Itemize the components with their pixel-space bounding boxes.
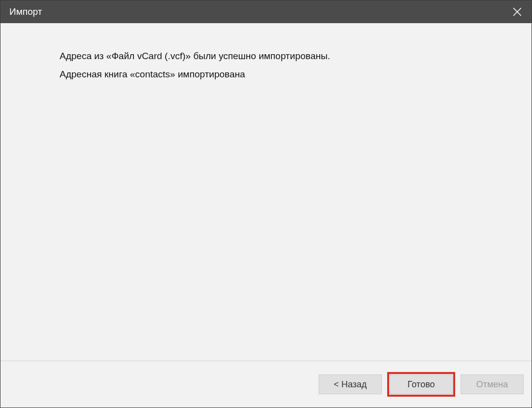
footer: < Назад Готово Отмена bbox=[0, 361, 532, 408]
import-dialog: Импорт Адреса из «Файл vCard (.vcf)» был… bbox=[0, 0, 532, 408]
content-area: Адреса из «Файл vCard (.vcf)» были успеш… bbox=[0, 23, 532, 361]
window-title: Импорт bbox=[9, 6, 42, 17]
back-button[interactable]: < Назад bbox=[319, 374, 382, 394]
close-button[interactable] bbox=[503, 0, 532, 23]
titlebar: Импорт bbox=[0, 0, 532, 23]
cancel-button[interactable]: Отмена bbox=[461, 374, 524, 394]
address-book-imported-message: Адресная книга «contacts» импортирована bbox=[60, 68, 472, 81]
done-button[interactable]: Готово bbox=[390, 374, 453, 394]
import-success-message: Адреса из «Файл vCard (.vcf)» были успеш… bbox=[60, 50, 472, 63]
close-icon bbox=[513, 7, 522, 16]
